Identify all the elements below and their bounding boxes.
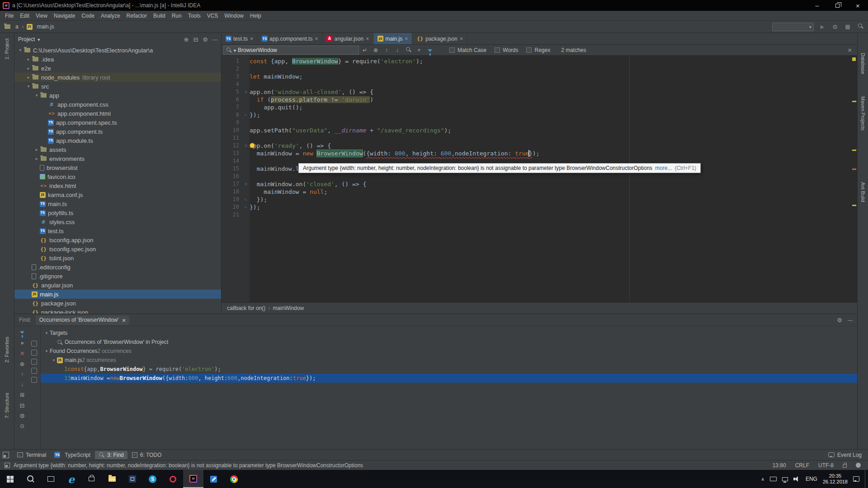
code-line-7[interactable]: 7 app.quit(); (222, 103, 857, 111)
code-line-2[interactable]: 2 (222, 65, 857, 73)
checkbox-icon[interactable] (449, 47, 455, 53)
locate-file-icon[interactable] (184, 36, 189, 43)
find-result-row-1[interactable]: Occurrences of 'BrowserWindow' in Projec… (41, 338, 857, 347)
close-tab-icon[interactable]: × (366, 36, 369, 42)
toolwindow-button-terminal[interactable]: Terminal (14, 451, 50, 459)
find-result-row-4[interactable]: 1 const {app, BrowserWindow} = require('… (41, 365, 857, 374)
menu-item-edit[interactable]: Edit (17, 12, 33, 20)
code-line-3[interactable]: 3let mainWindow; (222, 73, 857, 80)
close-tab-icon[interactable]: × (250, 36, 253, 42)
tree-item-tslint-json[interactable]: {}tslint.json (14, 253, 221, 263)
find-result-row-5[interactable]: 13 mainWindow = new BrowserWindow({width… (41, 374, 857, 383)
minimize-button[interactable] (807, 0, 827, 11)
search-history-icon[interactable] (234, 47, 236, 53)
stripe-button-ant-build[interactable]: Ant Build (860, 182, 866, 202)
stripe-button-1-project[interactable]: 1: Project (4, 38, 9, 59)
stripe-button-2-favorites[interactable]: 2: Favorites (4, 337, 9, 362)
status-grid-icon[interactable] (5, 463, 10, 468)
new-line-icon[interactable] (360, 47, 370, 53)
close-tab-icon[interactable]: × (460, 36, 463, 42)
code-line-11[interactable]: 11 (222, 134, 857, 142)
search-query[interactable]: BrowserWindow (238, 47, 356, 53)
warning-stripe-mark[interactable] (852, 150, 856, 151)
code-line-8[interactable]: 8∟}); (222, 111, 857, 119)
stripe-button-maven-projects[interactable]: Maven Projects (860, 96, 866, 131)
search-everywhere-button[interactable] (856, 23, 864, 30)
start-button[interactable] (0, 470, 20, 488)
tree-chevron-icon[interactable]: ▾ (43, 331, 50, 335)
menu-item-help[interactable]: Help (247, 12, 264, 20)
tree-chevron-icon[interactable]: ▸ (33, 147, 40, 152)
find-results-tab[interactable]: Occurrences of 'BrowserWindow' (36, 315, 130, 325)
tree-item-tsconfig-app-json[interactable]: {}tsconfig.app.json (14, 235, 221, 244)
menu-item-refactor[interactable]: Refactor (123, 12, 150, 20)
checkbox-icon[interactable] (495, 47, 500, 53)
toolwindow-button-6-todo[interactable]: 6: TODO (128, 451, 165, 459)
filter-icon[interactable] (19, 329, 26, 336)
tree-item-browserslist[interactable]: browserslist (14, 163, 221, 172)
fold-marker-icon[interactable]: ∟ (242, 196, 250, 203)
tree-item-app-component-ts[interactable]: TSapp.component.ts (14, 127, 221, 136)
settings-button[interactable] (831, 23, 839, 30)
show-desktop-button[interactable] (865, 470, 867, 488)
tree-item-polyfills-ts[interactable]: TSpolyfills.ts (14, 208, 221, 217)
search-input[interactable]: BrowserWindow (223, 46, 359, 55)
search-option-words[interactable]: Words (495, 47, 518, 53)
tree-item-app-component-spec-ts[interactable]: TSapp.component.spec.ts (14, 118, 221, 127)
menu-item-vcs[interactable]: VCS (204, 12, 222, 20)
error-stripe-mark[interactable] (852, 169, 856, 170)
menu-item-view[interactable]: View (33, 12, 51, 20)
code-line-19[interactable]: 19∟ }); (222, 196, 857, 203)
task-view-button[interactable] (41, 470, 61, 488)
tree-chevron-icon[interactable]: ▸ (33, 156, 40, 161)
toolwindows-button[interactable] (844, 23, 852, 30)
tree-chevron-icon[interactable]: ▾ (17, 48, 24, 52)
menu-item-window[interactable]: Window (221, 12, 247, 20)
gear-icon[interactable] (203, 36, 208, 43)
menu-item-code[interactable]: Code (78, 12, 98, 20)
find-result-row-2[interactable]: ▾Found Occurrences 2 occurrences (41, 347, 857, 356)
tree-item-gitignore[interactable]: .gitignore (14, 272, 221, 281)
fold-marker-icon[interactable]: ⊟ (242, 88, 250, 96)
toolwindow-button-3-find[interactable]: 3: Find (95, 451, 127, 459)
warning-stripe-mark[interactable] (852, 205, 856, 206)
tree-item-index-html[interactable]: <>index.html (14, 181, 221, 190)
error-tooltip-more-link[interactable]: more... (655, 164, 672, 172)
editor-tab-main-js[interactable]: JSmain.js× (373, 33, 412, 44)
group-by-module-icon[interactable] (31, 341, 37, 347)
hide-panel-icon[interactable] (848, 317, 853, 324)
code-line-13[interactable]: 13 mainWindow = new BrowserWindow({width… (222, 150, 857, 157)
code-line-16[interactable]: 16 (222, 173, 857, 180)
next-occurrence-icon[interactable] (19, 381, 26, 388)
editor-tab-app-component-ts[interactable]: TSapp.component.ts× (258, 33, 322, 44)
close-search-icon[interactable] (848, 46, 855, 54)
tree-item-assets[interactable]: ▸assets (14, 145, 221, 154)
language-indicator[interactable]: ENG (806, 476, 817, 482)
preview-usages-icon[interactable] (31, 368, 37, 374)
menu-item-analyze[interactable]: Analyze (98, 12, 123, 20)
line-separator[interactable]: CRLF (795, 462, 809, 469)
clear-search-icon[interactable] (371, 47, 381, 53)
tree-item-editorconfig[interactable]: .editorconfig (14, 263, 221, 272)
code-line-4[interactable]: 4 (222, 80, 857, 88)
settings-icon[interactable] (19, 412, 26, 419)
touch-keyboard-icon[interactable] (770, 477, 777, 481)
editor-tab-test-ts[interactable]: TStest.ts× (222, 33, 258, 44)
intellij-taskbar-button[interactable] (183, 470, 203, 488)
stop-icon[interactable] (19, 350, 26, 357)
file-encoding[interactable]: UTF-8 (818, 462, 834, 469)
code-line-20[interactable]: 20∟}); (222, 203, 857, 211)
tree-item-main-js[interactable]: JSmain.js (14, 290, 221, 299)
tree-item-node-modules[interactable]: ▸node_moduleslibrary root (14, 73, 221, 82)
tree-item-idea[interactable]: ▸.idea (14, 55, 221, 64)
hide-panel-icon[interactable] (212, 36, 217, 43)
tree-item-karma-conf-js[interactable]: JSkarma.conf.js (14, 190, 221, 199)
tree-chevron-icon[interactable]: ▾ (33, 93, 40, 98)
locate-icon[interactable] (19, 360, 26, 367)
editor-breadcrumb-mainwindow[interactable]: mainWindow (273, 305, 304, 311)
code-line-18[interactable]: 18 mainWindow = null; (222, 188, 857, 196)
caret-position[interactable]: 13:80 (773, 462, 786, 469)
collapse-all-icon[interactable] (19, 402, 26, 409)
tree-item-angular-json[interactable]: {}angular.json (14, 281, 221, 290)
fold-marker-icon[interactable]: ⊟ (242, 180, 250, 188)
